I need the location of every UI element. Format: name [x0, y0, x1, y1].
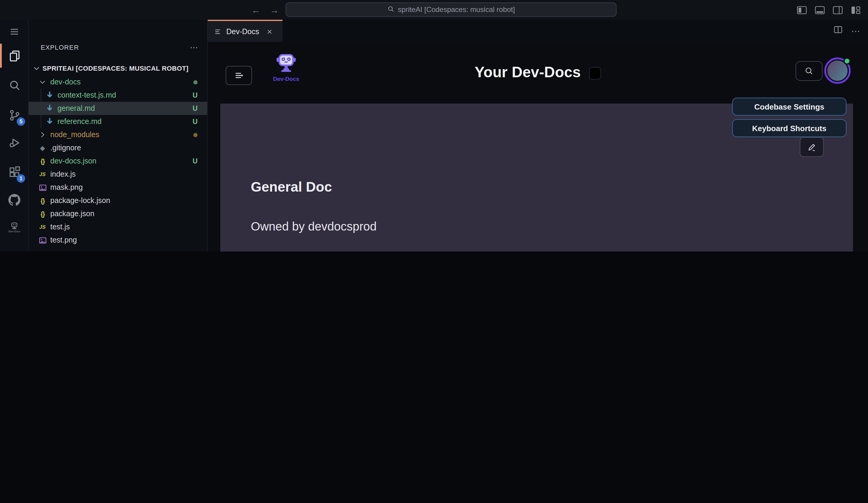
chevron-down-icon — [32, 64, 41, 72]
activity-bar: 5 1 Dev-Docs 1 — [0, 20, 29, 252]
extensions-badge: 1 — [17, 174, 25, 183]
toggle-sidebar-icon[interactable] — [797, 6, 807, 14]
git-untracked-badge: U — [193, 157, 198, 165]
pencil-icon — [807, 142, 817, 152]
git-untracked-badge: U — [193, 118, 198, 125]
file-row-context-test-js-md[interactable]: context-test.js.mdU — [29, 89, 207, 102]
js-icon: JS — [37, 224, 48, 230]
file-row-node-modules[interactable]: node_modules — [29, 128, 207, 141]
back-arrow-icon[interactable]: ← — [251, 5, 260, 15]
image-icon — [37, 236, 48, 244]
js-icon: JS — [37, 171, 48, 177]
tab-dev-docs[interactable]: Dev-Docs × — [208, 20, 282, 42]
title-bar: ← → spriteAI [Codespaces: musical robot] — [0, 0, 868, 20]
vscode-window: ← → spriteAI [Codespaces: musical robot] — [0, 0, 868, 252]
git-untracked-badge: U — [193, 92, 198, 99]
webview-search-button[interactable] — [796, 61, 823, 81]
file-row-reference-md[interactable]: reference.mdU — [29, 115, 207, 128]
explorer-view-icon[interactable] — [0, 44, 29, 68]
workspace-section-header[interactable]: SPRITEAI [CODESPACES: MUSICAL ROBOT] — [29, 62, 207, 75]
file-label: test.png — [50, 236, 77, 244]
gitignore-icon: ◆ — [37, 144, 48, 152]
file-row-test-js[interactable]: JStest.js — [29, 220, 207, 234]
file-label: package.json — [50, 209, 94, 218]
file-label: mask.png — [50, 183, 83, 192]
file-label: package-lock.json — [50, 196, 110, 205]
search-icon — [387, 5, 394, 14]
markdown-icon — [44, 104, 55, 113]
explorer-sidebar: EXPLORER ⋯ SPRITEAI [CODESPACES: MUSICAL… — [29, 20, 208, 252]
file-row-general-md[interactable]: general.mdU — [29, 102, 207, 115]
workspace-label: SPRITEAI [CODESPACES: MUSICAL ROBOT] — [42, 65, 188, 72]
run-debug-view-icon[interactable] — [0, 131, 29, 154]
json-icon: {} — [37, 197, 48, 204]
devdocs-view-icon[interactable]: Dev-Docs — [0, 216, 29, 239]
file-row-index-js[interactable]: JSindex.js — [29, 168, 207, 181]
file-row-test-png[interactable]: test.png — [29, 234, 207, 247]
image-icon — [37, 184, 48, 191]
tab-label: Dev-Docs — [226, 27, 259, 35]
file-row-mask-png[interactable]: mask.png — [29, 181, 207, 194]
online-status-dot — [844, 58, 851, 65]
file-label: dev-docs — [50, 78, 81, 86]
folder-open-icon — [37, 78, 48, 86]
editor-group: Dev-Docs × ⋯ — [208, 20, 868, 252]
tab-bar: Dev-Docs × ⋯ — [208, 20, 868, 42]
file-tree: dev-docscontext-test.js.mdUgeneral.mdUre… — [29, 75, 207, 247]
file-row--gitignore[interactable]: ◆.gitignore — [29, 141, 207, 154]
file-label: test.js — [50, 223, 70, 231]
user-avatar[interactable] — [824, 58, 851, 84]
customize-layout-icon[interactable] — [851, 6, 861, 14]
file-label: reference.md — [58, 117, 102, 126]
command-center-text: spriteAI [Codespaces: musical robot] — [398, 6, 515, 14]
search-view-icon[interactable] — [0, 73, 29, 97]
tab-close-icon[interactable]: × — [267, 27, 272, 36]
split-editor-icon[interactable] — [833, 25, 843, 37]
file-label: context-test.js.md — [58, 91, 116, 100]
file-label: dev-docs.json — [50, 157, 96, 165]
command-center-search[interactable]: spriteAI [Codespaces: musical robot] — [286, 2, 617, 17]
file-label: node_modules — [50, 131, 99, 139]
editor-more-actions-icon[interactable]: ⋯ — [851, 29, 861, 33]
modified-dot-badge — [193, 133, 198, 137]
file-row-dev-docs[interactable]: dev-docs — [29, 75, 207, 89]
explorer-title: EXPLORER — [41, 44, 79, 51]
toggle-secondary-sidebar-icon[interactable] — [833, 6, 843, 14]
markdown-icon — [44, 117, 55, 126]
search-icon — [805, 66, 814, 75]
edit-button[interactable] — [800, 137, 824, 157]
modified-dot-badge — [193, 80, 198, 84]
file-row-package-lock-json[interactable]: {}package-lock.json — [29, 194, 207, 207]
missing-glyph-box — [589, 67, 601, 79]
file-row-package-json[interactable]: {}package.json — [29, 207, 207, 220]
doc-owner: Owned by devdocsprod — [251, 220, 376, 234]
preview-list-icon — [214, 27, 222, 35]
doc-title: General Doc — [251, 179, 332, 195]
github-view-icon[interactable] — [0, 188, 29, 212]
markdown-icon — [44, 91, 55, 100]
extensions-view-icon[interactable]: 1 — [0, 160, 29, 184]
folder-closed-icon — [37, 131, 48, 139]
forward-arrow-icon[interactable]: → — [270, 5, 279, 15]
devdocs-webview: Dev-Docs Your Dev-Docs General Doc Owned… — [208, 42, 868, 252]
json-icon: {} — [37, 210, 48, 217]
devdocs-view-label: Dev-Docs — [8, 230, 20, 233]
explorer-more-actions-icon[interactable]: ⋯ — [190, 45, 199, 50]
scm-badge: 5 — [17, 117, 25, 126]
page-title: Your Dev-Docs — [475, 63, 581, 81]
source-control-view-icon[interactable]: 5 — [0, 103, 29, 127]
toggle-panel-icon[interactable] — [815, 6, 825, 14]
menu-icon[interactable] — [0, 20, 29, 44]
file-label: general.md — [58, 104, 95, 113]
file-label: .gitignore — [50, 144, 81, 152]
file-label: index.js — [50, 170, 76, 178]
codebase-settings-button[interactable]: Codebase Settings — [732, 97, 846, 115]
json-icon: {} — [37, 157, 48, 165]
file-row-dev-docs-json[interactable]: {}dev-docs.jsonU — [29, 154, 207, 168]
git-untracked-badge: U — [193, 105, 198, 112]
keyboard-shortcuts-button[interactable]: Keyboard Shortcuts — [732, 119, 846, 137]
